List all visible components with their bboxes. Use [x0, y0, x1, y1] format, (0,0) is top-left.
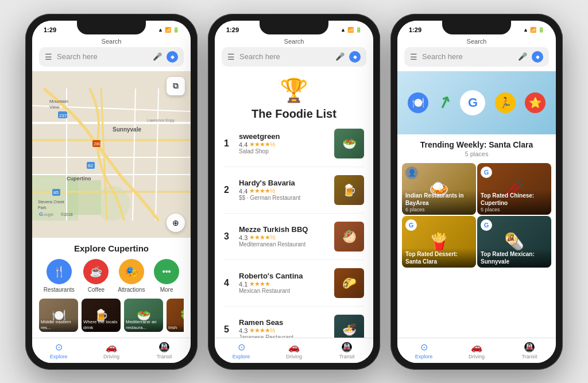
nav-icon-3[interactable]	[532, 51, 543, 63]
foodie-type-4: Mexican Restaurant	[239, 288, 328, 294]
foodie-rating-4: 4.1 ★★★★	[239, 280, 328, 288]
svg-text:280: 280	[94, 141, 102, 146]
foodie-item-2[interactable]: 2 Hardy's Bavaria 4.4 ★★★★½ $$ · German …	[224, 175, 364, 214]
bottom-nav-1: ⊙ Explore 🚗 Driving 🚇 Transit	[32, 338, 191, 363]
foodie-item-4[interactable]: 4 Roberto's Cantina 4.1 ★★★★ Mexican Res…	[224, 268, 364, 307]
place-card-label-4: Irish	[167, 324, 184, 332]
google-g-banner: G	[460, 90, 485, 115]
coffee-icon: ☕	[83, 259, 109, 284]
nav-transit-3[interactable]: 🚇 Transit	[503, 338, 556, 363]
foodie-item-3[interactable]: 3 Mezze Turkish BBQ 4.3 ★★★★½ Mediterran…	[224, 222, 364, 260]
svg-text:237: 237	[59, 113, 67, 118]
stars-3: ★★★★½	[249, 234, 274, 241]
svg-text:85: 85	[53, 190, 59, 195]
transit-nav-icon-3: 🚇	[524, 342, 535, 353]
map-layers-button[interactable]: ⧉	[167, 77, 185, 95]
stars-4: ★★★★	[249, 280, 270, 288]
explore-section: Explore Cupertino 🍴 Restaurants ☕	[32, 238, 191, 338]
foodie-type-3: Mediterranean Restaurant	[239, 241, 328, 247]
foodie-item-5[interactable]: 5 Ramen Seas 4.3 ★★★★½ Japanese Restaura…	[224, 315, 364, 338]
place-card-1[interactable]: 🍽️ Middle eastern res...	[39, 299, 78, 332]
place-card-2[interactable]: 🍺 Where the locals drink	[82, 299, 121, 332]
google-g-card-4: G	[481, 219, 492, 231]
search-placeholder-3[interactable]: Search here	[422, 52, 513, 61]
grid-card-2[interactable]: 🥢 G Top Rated Chinese: Cupertino 5 place…	[477, 163, 551, 215]
time-3: 1:29	[409, 26, 421, 33]
svg-text:Cupertino: Cupertino	[67, 176, 91, 181]
foodie-thumb-2: 🍺	[334, 175, 364, 205]
mic-icon-2[interactable]: 🎤	[335, 52, 345, 61]
signal-icon-3: ▲	[523, 27, 528, 33]
search-bar-1[interactable]: ☰ Search here 🎤	[39, 47, 184, 67]
foodie-content: 🏆 The Foodie List 1 sweetgreen 4.4 ★★★★½…	[215, 71, 373, 338]
place-card-label-2: Where the locals drink	[82, 318, 121, 331]
phone-2: 1:29 ▲ 📶 🔋 Search ☰ Search here 🎤 🏆 The …	[208, 14, 380, 370]
foodie-name-5: Ramen Seas	[239, 318, 328, 327]
explore-nav-icon-3: ⊙	[420, 342, 428, 353]
map-area[interactable]: Mountain View Sunnyvale Cupertino Steven…	[32, 71, 191, 238]
banner-icon-3: ⭐	[525, 92, 546, 113]
mic-icon-1[interactable]: 🎤	[153, 52, 162, 61]
battery-icon-1: 🔋	[173, 27, 179, 33]
place-card-3[interactable]: 🥗 Mediterrane an restaura...	[124, 299, 163, 332]
svg-text:Stevens Creek: Stevens Creek	[38, 200, 64, 204]
more-label: More	[160, 287, 173, 293]
search-placeholder-2[interactable]: Search here	[239, 52, 331, 61]
foodie-rating-3: 4.3 ★★★★½	[239, 234, 328, 241]
foodie-name-2: Hardy's Bavaria	[239, 179, 328, 187]
place-card-label-3: Mediterrane an restaura...	[124, 318, 163, 331]
explore-title: Explore Cupertino	[39, 243, 184, 253]
nav-transit-1[interactable]: 🚇 Transit	[138, 338, 191, 363]
nav-icon-2[interactable]	[349, 51, 361, 63]
nav-driving-2[interactable]: 🚗 Driving	[268, 338, 320, 363]
nav-driving-1[interactable]: 🚗 Driving	[85, 338, 138, 363]
place-card-4[interactable]: 🍀 Irish	[167, 299, 184, 332]
svg-text:Park: Park	[38, 206, 47, 210]
status-icons-3: ▲ 📶 🔋	[523, 27, 544, 33]
status-icons-1: ▲ 📶 🔋	[158, 27, 179, 33]
explore-coffee[interactable]: ☕ Coffee	[83, 259, 109, 293]
search-bar-3[interactable]: ☰ Search here 🎤	[404, 47, 549, 67]
driving-nav-label-3: Driving	[469, 354, 485, 359]
mic-icon-3[interactable]: 🎤	[518, 52, 527, 61]
hamburger-icon-1[interactable]: ☰	[45, 52, 52, 61]
grid-card-overlay-1: Indian Restaurants in BayArea 6 places	[402, 189, 476, 215]
foodie-num-3: 3	[224, 231, 233, 242]
explore-restaurants[interactable]: 🍴 Restaurants	[44, 259, 75, 293]
explore-nav-label-3: Explore	[415, 354, 433, 359]
nav-icon-1[interactable]	[167, 51, 178, 63]
foodie-type-1: Salad Shop	[239, 148, 328, 154]
foodie-rating-1: 4.4 ★★★★½	[239, 141, 328, 148]
foodie-thumb-1: 🥗	[334, 129, 364, 158]
grid-card-3[interactable]: 🍟 G Top Rated Dessert: Santa Clara	[402, 216, 476, 268]
foodie-item-1[interactable]: 1 sweetgreen 4.4 ★★★★½ Salad Shop 🥗	[224, 129, 364, 167]
driving-nav-icon-2: 🚗	[288, 342, 300, 353]
explore-more[interactable]: ••• More	[154, 259, 179, 293]
signal-icon-1: ▲	[158, 27, 163, 33]
bottom-nav-2: ⊙ Explore 🚗 Driving 🚇 Transit	[215, 338, 373, 363]
phone-1-screen: 1:29 ▲ 📶 🔋 Search ☰ Search here 🎤	[32, 21, 191, 363]
explore-attractions[interactable]: 🎭 Attractions	[118, 259, 145, 293]
hamburger-icon-3[interactable]: ☰	[410, 52, 417, 61]
grid-card-sublabel-1: 6 places	[405, 207, 473, 212]
grid-card-4[interactable]: 🌯 G Top Rated Mexican: Sunnyvale	[477, 216, 551, 268]
trending-section-title: Trending Weekly: Santa Clara	[397, 134, 556, 150]
place-card-label-1: Middle eastern res...	[39, 318, 78, 331]
grid-card-label-4: Top Rated Mexican: Sunnyvale	[481, 250, 548, 265]
driving-nav-label-1: Driving	[103, 354, 119, 359]
nav-driving-3[interactable]: 🚗 Driving	[450, 338, 503, 363]
search-bar-2[interactable]: ☰ Search here 🎤	[222, 47, 366, 67]
search-placeholder-1[interactable]: Search here	[57, 52, 148, 61]
nav-explore-3[interactable]: ⊙ Explore	[397, 338, 450, 363]
nav-explore-1[interactable]: ⊙ Explore	[32, 338, 85, 363]
trending-subtitle: 5 places	[397, 150, 556, 163]
nav-transit-2[interactable]: 🚇 Transit	[320, 338, 373, 363]
battery-icon-3: 🔋	[538, 27, 544, 33]
hamburger-icon-2[interactable]: ☰	[227, 52, 235, 61]
grid-card-1[interactable]: 🍛 👤 Indian Restaurants in BayArea 6 plac…	[402, 163, 476, 215]
attractions-icon: 🎭	[119, 259, 144, 284]
location-button[interactable]: ⊕	[167, 214, 185, 232]
phone-3-screen: 1:29 ▲ 📶 🔋 Search ☰ Search here 🎤	[397, 21, 556, 363]
nav-explore-2[interactable]: ⊙ Explore	[215, 338, 268, 363]
coffee-label: Coffee	[88, 287, 105, 293]
